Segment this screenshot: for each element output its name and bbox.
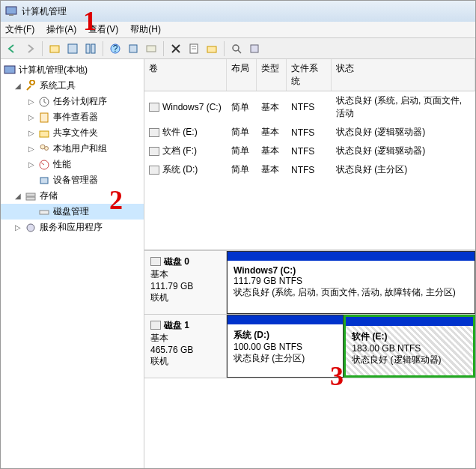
vol-type: 基本 — [257, 124, 287, 140]
svg-rect-27 — [26, 197, 35, 200]
drive-icon — [149, 128, 159, 137]
disk-status: 联机 — [150, 291, 220, 304]
properties-icon[interactable] — [186, 40, 202, 57]
svg-rect-9 — [147, 46, 156, 52]
svg-rect-0 — [6, 7, 16, 14]
disk-name: 磁盘 0 — [164, 255, 189, 268]
partition[interactable]: 系统 (D:) 100.00 GB NTFS 状态良好 (主分区) — [227, 315, 344, 378]
vol-fs: NTFS — [287, 143, 332, 159]
volume-row[interactable]: 软件 (E:) 简单 基本 NTFS 状态良好 (逻辑驱动器) — [144, 123, 475, 142]
menu-help[interactable]: 帮助(H) — [130, 23, 161, 36]
settings-icon[interactable] — [246, 40, 263, 57]
disk-info[interactable]: 磁盘 0 基本 111.79 GB 联机 — [144, 251, 227, 314]
partition[interactable]: 软件 (E:) 183.00 GB NTFS 状态良好 (逻辑驱动器) — [344, 315, 475, 378]
vol-type: 基本 — [257, 143, 287, 159]
menu-view[interactable]: 查看(V) — [88, 23, 118, 36]
tree-shared[interactable]: ▷ 共享文件夹 — [1, 125, 144, 141]
partition[interactable]: Windows7 (C:) 111.79 GB NTFS 状态良好 (系统, 启… — [227, 251, 475, 314]
partition-status: 状态良好 (系统, 启动, 页面文件, 活动, 故障转储, 主分区) — [234, 286, 469, 299]
tools-icon — [25, 80, 37, 92]
collapse-icon[interactable]: ◢ — [14, 82, 22, 90]
expand-icon[interactable]: ▷ — [14, 223, 22, 232]
disk-info[interactable]: 磁盘 1 基本 465.76 GB 联机 — [144, 315, 227, 378]
vol-status: 状态良好 (系统, 启动, 页面文件, 活动 — [332, 93, 475, 121]
vol-status: 状态良好 (主分区) — [332, 162, 475, 178]
tree-diskmgmt[interactable]: ▷ 磁盘管理 — [1, 204, 144, 220]
folder-icon[interactable] — [204, 40, 220, 57]
disk-row: 磁盘 0 基本 111.79 GB 联机 Windows7 (C:) 111.7… — [144, 251, 475, 315]
partition-name: 软件 (E:) — [352, 330, 467, 343]
svg-rect-1 — [9, 14, 13, 16]
view-button[interactable] — [64, 40, 81, 57]
tree-eventviewer[interactable]: ▷ 事件查看器 — [1, 109, 144, 125]
svg-text:?: ? — [113, 43, 118, 54]
expand-icon[interactable]: ▷ — [28, 129, 35, 137]
svg-rect-2 — [50, 46, 59, 52]
vol-status: 状态良好 (逻辑驱动器) — [332, 143, 475, 159]
vol-name: 文档 (F:) — [162, 145, 197, 157]
col-type[interactable]: 类型 — [257, 59, 287, 91]
partition-name: Windows7 (C:) — [234, 265, 469, 276]
vol-layout: 简单 — [227, 162, 257, 178]
volume-row[interactable]: 系统 (D:) 简单 基本 NTFS 状态良好 (主分区) — [144, 160, 475, 179]
tree-services[interactable]: ▷ 服务和应用程序 — [1, 220, 144, 235]
svg-rect-17 — [4, 66, 15, 73]
up-button[interactable] — [46, 40, 63, 57]
tree-devmgr[interactable]: ▷ 设备管理器 — [1, 172, 144, 188]
col-status[interactable]: 状态 — [332, 59, 475, 91]
collapse-icon[interactable]: ◢ — [14, 192, 22, 200]
svg-rect-28 — [40, 211, 49, 214]
svg-rect-25 — [40, 178, 48, 184]
delete-icon[interactable] — [168, 40, 184, 57]
volume-list: 卷 布局 类型 文件系统 状态 Windows7 (C:) 简单 基本 NTFS… — [144, 59, 475, 251]
storage-icon — [25, 190, 37, 202]
volume-row[interactable]: Windows7 (C:) 简单 基本 NTFS 状态良好 (系统, 启动, 页… — [144, 91, 475, 123]
volume-header: 卷 布局 类型 文件系统 状态 — [144, 59, 475, 91]
vol-type: 基本 — [257, 93, 287, 121]
menu-action[interactable]: 操作(A) — [46, 23, 76, 36]
partition-header — [228, 252, 475, 261]
tree-root[interactable]: 计算机管理(本地) — [1, 62, 144, 78]
disk-row: 磁盘 1 基本 465.76 GB 联机 系统 (D:) 100.00 GB N… — [144, 315, 475, 378]
partition-status: 状态良好 (逻辑驱动器) — [352, 354, 467, 366]
disk-size: 465.76 GB — [150, 345, 220, 355]
tree-users[interactable]: ▷ 本地用户和组 — [1, 141, 144, 157]
col-volume[interactable]: 卷 — [144, 59, 227, 91]
tree-perf[interactable]: ▷ 性能 — [1, 157, 144, 172]
menu-file[interactable]: 文件(F) — [5, 23, 34, 36]
tree-label: 共享文件夹 — [53, 127, 98, 139]
col-layout[interactable]: 布局 — [227, 59, 257, 91]
perf-icon — [38, 159, 50, 171]
volume-row[interactable]: 文档 (F:) 简单 基本 NTFS 状态良好 (逻辑驱动器) — [144, 142, 475, 160]
refresh-button[interactable] — [125, 40, 141, 57]
device-icon — [38, 175, 50, 187]
panes-button[interactable] — [82, 40, 99, 57]
action-button[interactable] — [143, 40, 159, 57]
tree-storage[interactable]: ◢ 存储 — [1, 188, 144, 204]
col-fs[interactable]: 文件系统 — [287, 59, 332, 91]
partition-size: 100.00 GB NTFS — [234, 342, 337, 352]
expand-icon[interactable]: ▷ — [28, 145, 35, 153]
tree-scheduler[interactable]: ▷ 任务计划程序 — [1, 94, 144, 109]
drive-icon — [149, 166, 159, 175]
vol-layout: 简单 — [227, 124, 257, 140]
tree-systools[interactable]: ◢ 系统工具 — [1, 78, 144, 94]
expand-icon[interactable]: ▷ — [28, 113, 35, 121]
vol-status: 状态良好 (逻辑驱动器) — [332, 124, 475, 140]
disk-icon — [150, 257, 161, 266]
tree-label: 任务计划程序 — [53, 95, 107, 108]
partition-header — [346, 317, 473, 326]
expand-icon[interactable]: ▷ — [28, 160, 35, 169]
folder-icon — [38, 127, 50, 139]
partition-name: 系统 (D:) — [234, 329, 337, 342]
back-button[interactable] — [4, 40, 20, 57]
vol-layout: 简单 — [227, 143, 257, 159]
tree-label: 系统工具 — [40, 79, 76, 92]
search-icon[interactable] — [228, 40, 245, 57]
help-button[interactable]: ? — [107, 40, 123, 57]
forward-button[interactable] — [22, 40, 38, 57]
tree-label: 设备管理器 — [53, 174, 98, 187]
expand-icon[interactable]: ▷ — [28, 97, 35, 106]
tree-label: 存储 — [40, 190, 58, 202]
svg-rect-5 — [91, 44, 95, 53]
